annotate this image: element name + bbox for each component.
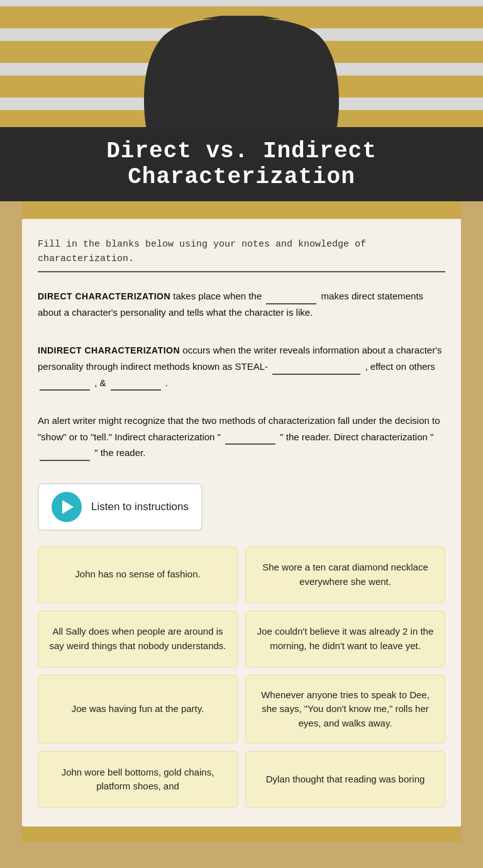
card-item-card4[interactable]: Joe couldn't believe it was already 2 in… xyxy=(245,611,445,667)
blank-tell xyxy=(40,448,90,461)
blank-narrator xyxy=(266,292,316,304)
bottom-gold-strip xyxy=(22,826,461,842)
card-item-card3[interactable]: All Sally does when people are around is… xyxy=(38,611,238,667)
card-item-card6[interactable]: Whenever anyone tries to speak to Dee, s… xyxy=(245,675,445,744)
cards-grid: John has no sense of fashion.She wore a … xyxy=(38,547,445,808)
header-title: Direct vs. Indirect Characterization xyxy=(0,127,483,201)
paragraph-direct: DIRECT CHARACTERIZATION takes place when… xyxy=(38,288,445,320)
show-tell-text-3: " the reader. xyxy=(94,447,145,458)
blank-and xyxy=(111,378,161,391)
card-item-card8[interactable]: Dylan thought that reading was boring xyxy=(245,751,445,808)
header-section: Direct vs. Indirect Characterization xyxy=(0,0,483,201)
card-item-card5[interactable]: Joe was having fun at the party. xyxy=(38,675,238,744)
play-button[interactable] xyxy=(52,492,82,522)
direct-text-prefix: takes place when the xyxy=(173,291,264,301)
blank-show xyxy=(225,432,275,445)
indirect-text-4: . xyxy=(165,377,168,388)
instructions-text: Fill in the blanks below using your note… xyxy=(38,238,445,272)
blank-effect xyxy=(40,378,90,391)
show-tell-text-2: " the reader. Direct characterization " xyxy=(280,431,433,442)
direct-label: DIRECT CHARACTERIZATION xyxy=(38,291,170,301)
blank-steal xyxy=(272,362,360,375)
gold-strip xyxy=(22,201,461,219)
indirect-label: INDIRECT CHARACTERIZATION xyxy=(38,345,180,355)
card-item-card2[interactable]: She wore a ten carat diamond necklace ev… xyxy=(245,547,445,603)
play-section[interactable]: Listen to instructions xyxy=(38,483,203,531)
main-content: Fill in the blanks below using your note… xyxy=(22,219,461,826)
paragraph-indirect: INDIRECT CHARACTERIZATION occurs when th… xyxy=(38,342,445,391)
indirect-text-3: , & xyxy=(94,377,109,388)
card-item-card1[interactable]: John has no sense of fashion. xyxy=(38,547,238,603)
card-item-card7[interactable]: John wore bell bottoms, gold chains, pla… xyxy=(38,751,238,808)
play-label: Listen to instructions xyxy=(91,501,189,513)
indirect-text-2: , effect on others xyxy=(365,361,435,372)
paragraph-show-tell: An alert writer might recognize that the… xyxy=(38,413,445,461)
